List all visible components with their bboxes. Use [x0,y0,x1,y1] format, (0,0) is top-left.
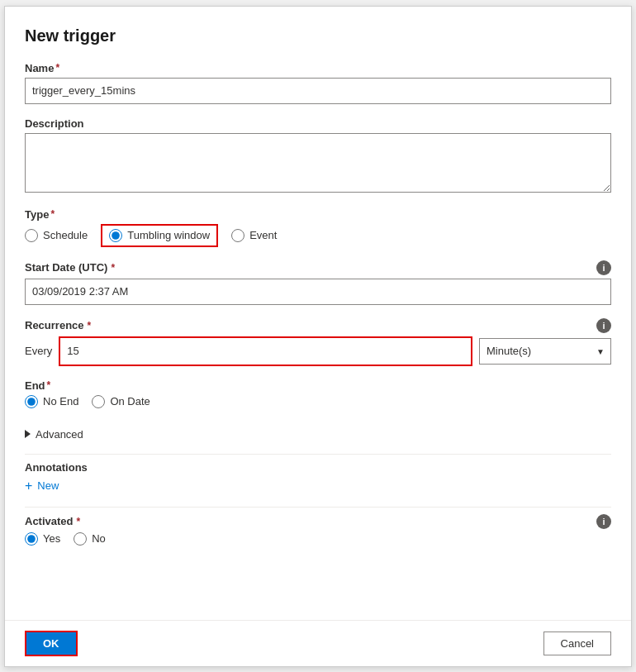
end-no-end-option[interactable]: No End [25,395,78,408]
annotations-label: Annotations [25,461,611,474]
every-label: Every [25,345,52,357]
type-event-label: Event [249,229,277,241]
activated-info-icon[interactable]: i [596,514,611,529]
type-tumbling-label: Tumbling window [127,229,210,241]
type-field-group: Type * Schedule Tumbling window Event [25,208,611,247]
recurrence-info-icon[interactable]: i [596,318,611,333]
start-date-label-row: Start Date (UTC) * i [25,260,611,275]
end-on-date-radio[interactable] [92,395,105,408]
activated-yes-radio[interactable] [25,532,38,546]
name-required: * [55,62,59,74]
type-label: Type * [25,208,611,221]
new-annotation-label: New [37,479,59,492]
start-date-field-group: Start Date (UTC) * i [25,260,611,305]
type-event-option[interactable]: Event [231,229,277,242]
end-on-date-label: On Date [110,395,150,407]
new-trigger-dialog: New trigger Name * Description Type * Sc [4,6,632,667]
recurrence-value-input[interactable] [60,338,471,365]
activated-no-radio[interactable] [74,532,87,546]
activated-yes-option[interactable]: Yes [25,532,60,546]
advanced-section[interactable]: Advanced [25,422,611,447]
end-required: * [47,379,51,391]
description-label: Description [25,117,611,130]
dialog-title: New trigger [25,26,611,45]
recurrence-required: * [88,320,92,331]
dialog-body: New trigger Name * Description Type * Sc [5,7,631,620]
activated-required: * [77,516,81,527]
advanced-chevron-icon [25,430,31,438]
description-field-group: Description [25,117,611,195]
start-date-label-left: Start Date (UTC) * [25,261,115,274]
activated-yes-label: Yes [43,532,60,545]
type-required: * [50,208,55,220]
end-label: End * [25,379,611,392]
start-date-required: * [111,262,115,274]
name-input[interactable] [25,78,611,104]
description-input[interactable] [25,133,611,193]
recurrence-field-group: Recurrence * i Every Minute(s) Hour(s) D… [25,318,611,366]
dialog-footer: OK Cancel [5,620,631,666]
separator-1 [25,454,611,455]
activated-label-left: Activated * [25,515,80,527]
recurrence-label-row: Recurrence * i [25,318,611,333]
start-date-info-icon[interactable]: i [596,260,611,275]
recurrence-label-left: Recurrence * [25,319,91,331]
type-event-radio[interactable] [231,229,244,242]
type-schedule-radio[interactable] [25,229,38,242]
recurrence-unit-wrapper: Minute(s) Hour(s) Day(s) Week(s) Month(s… [479,338,611,365]
type-tumbling-option[interactable]: Tumbling window [109,229,210,242]
plus-icon: + [25,479,32,493]
separator-2 [25,507,611,508]
type-tumbling-radio[interactable] [109,229,122,242]
type-schedule-label: Schedule [43,229,88,241]
ok-button[interactable]: OK [25,631,78,656]
end-on-date-option[interactable]: On Date [92,395,150,408]
name-field-group: Name * [25,62,611,104]
advanced-label: Advanced [36,428,83,441]
activated-no-option[interactable]: No [74,532,106,546]
end-no-end-label: No End [43,395,78,407]
recurrence-unit-select[interactable]: Minute(s) Hour(s) Day(s) Week(s) Month(s… [479,338,611,365]
type-tumbling-wrapper: Tumbling window [101,224,218,247]
name-label: Name * [25,62,611,74]
end-no-end-radio[interactable] [25,395,38,408]
activated-no-label: No [92,532,106,545]
start-date-input[interactable] [25,279,611,305]
end-options-row: No End On Date [25,395,611,408]
type-options-row: Schedule Tumbling window Event [25,224,611,247]
new-annotation-button[interactable]: + New [25,479,59,493]
end-field-group: End * No End On Date [25,379,611,408]
recurrence-row: Every Minute(s) Hour(s) Day(s) Week(s) M… [25,336,611,366]
cancel-button[interactable]: Cancel [543,631,611,655]
recurrence-input-wrapper [59,336,472,366]
type-schedule-option[interactable]: Schedule [25,229,88,242]
activated-options-row: Yes No [25,532,611,546]
activated-field-group: Activated * i Yes No [25,514,611,546]
annotations-field-group: Annotations + New [25,461,611,493]
activated-label-row: Activated * i [25,514,611,529]
